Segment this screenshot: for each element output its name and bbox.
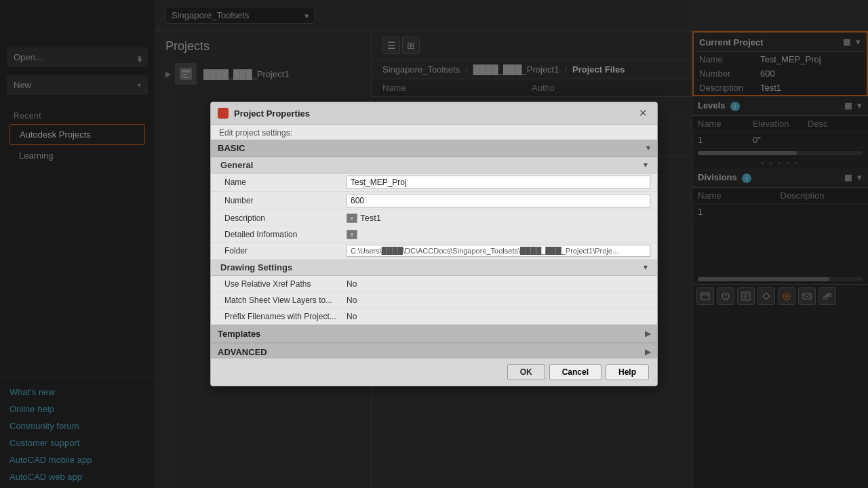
project-properties-modal: Project Properties ✕ Edit project settin… <box>210 102 658 386</box>
basic-header[interactable]: BASIC ▾ <box>211 140 657 157</box>
advanced-header[interactable]: ADVANCED ▶ <box>211 344 657 358</box>
prefix-filenames-label: Prefix Filenames with Project... <box>224 312 347 321</box>
modal-footer: OK Cancel Help <box>211 358 657 386</box>
name-field-label: Name <box>224 178 347 187</box>
match-sheet-label: Match Sheet View Layers to... <box>224 296 347 305</box>
cancel-button[interactable]: Cancel <box>549 364 601 380</box>
basic-content: General ▾ Name Number <box>211 157 657 325</box>
general-label: General <box>220 160 253 170</box>
modal-app-icon <box>218 108 229 119</box>
detail-info-value: ≡ <box>347 230 650 239</box>
number-field-label: Number <box>224 196 347 205</box>
templates-header[interactable]: Templates ▶ <box>211 325 657 343</box>
detail-info-icon-button[interactable]: ≡ <box>347 230 357 239</box>
match-sheet-row: Match Sheet View Layers to... No <box>211 292 657 308</box>
desc-icon-button[interactable]: ≡ <box>347 214 357 223</box>
advanced-arrow-icon: ▶ <box>645 348 650 357</box>
general-arrow-icon: ▾ <box>644 161 648 169</box>
prefix-filenames-row: Prefix Filenames with Project... No <box>211 308 657 325</box>
number-input[interactable] <box>347 194 650 207</box>
xref-paths-value: No <box>347 279 650 289</box>
number-field-row: Number <box>211 192 657 210</box>
advanced-section: ADVANCED ▶ <box>211 344 657 358</box>
drawing-settings-subheader[interactable]: Drawing Settings ▾ <box>211 260 657 276</box>
modal-close-button[interactable]: ✕ <box>636 107 650 119</box>
name-field-row: Name <box>211 174 657 192</box>
number-field-value <box>347 194 650 207</box>
name-input[interactable] <box>347 176 650 189</box>
name-field-value <box>347 176 650 189</box>
help-button[interactable]: Help <box>606 364 649 380</box>
modal-title: Project Properties <box>234 108 310 119</box>
modal-subtitle: Edit project settings: <box>211 125 657 140</box>
match-sheet-value: No <box>347 296 650 305</box>
folder-field-row: Folder <box>211 243 657 260</box>
xref-paths-label: Use Relative Xref Paths <box>224 279 347 289</box>
ok-button[interactable]: OK <box>507 364 545 380</box>
templates-label: Templates <box>218 329 260 339</box>
drawing-settings-label: Drawing Settings <box>220 262 292 272</box>
templates-arrow-icon: ▶ <box>645 329 650 338</box>
templates-section: Templates ▶ <box>211 325 657 344</box>
desc-field-value: ≡ Test1 <box>347 213 650 223</box>
drawing-settings-arrow-icon: ▾ <box>644 263 648 272</box>
desc-text: Test1 <box>360 213 381 223</box>
folder-field-label: Folder <box>224 246 347 256</box>
modal-overlay: Project Properties ✕ Edit project settin… <box>0 0 868 488</box>
modal-titlebar: Project Properties ✕ <box>211 102 657 125</box>
basic-section: BASIC ▾ General ▾ Name <box>211 140 657 325</box>
folder-field-value <box>347 245 650 257</box>
advanced-label: ADVANCED <box>218 347 267 357</box>
modal-body: BASIC ▾ General ▾ Name <box>211 140 657 358</box>
general-subheader[interactable]: General ▾ <box>211 157 657 174</box>
xref-paths-row: Use Relative Xref Paths No <box>211 276 657 292</box>
basic-label: BASIC <box>218 143 245 153</box>
desc-field-row: Description ≡ Test1 <box>211 210 657 226</box>
detail-info-row: Detailed Information ≡ <box>211 226 657 243</box>
basic-arrow-icon: ▾ <box>646 144 650 152</box>
detail-info-label: Detailed Information <box>224 230 347 239</box>
prefix-filenames-value: No <box>347 312 650 321</box>
desc-field-label: Description <box>224 214 347 223</box>
folder-input[interactable] <box>347 245 650 257</box>
